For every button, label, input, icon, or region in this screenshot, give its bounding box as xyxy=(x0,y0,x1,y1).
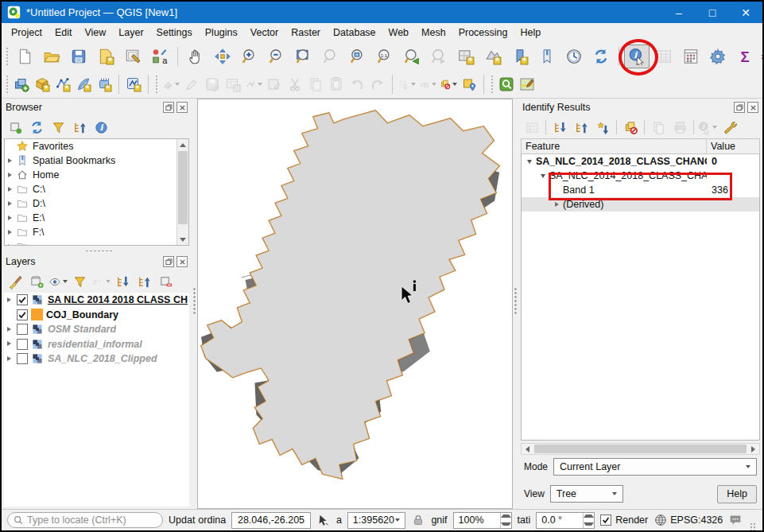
mode-select[interactable]: Current Layer xyxy=(553,458,757,476)
expand-caret-icon[interactable] xyxy=(4,337,15,351)
scale-select[interactable]: 1:395620 xyxy=(347,512,406,529)
minimize-button[interactable]: – xyxy=(662,2,696,23)
toolbar-button-new-spatialite-layer[interactable]: * xyxy=(74,73,93,95)
toolbar-button-plugin-quickmapservices[interactable] xyxy=(518,73,537,95)
toolbar-button-identify-features[interactable]: i xyxy=(624,45,650,68)
menu-edit[interactable]: Edit xyxy=(48,25,79,41)
toolbar-drag-handle[interactable] xyxy=(5,46,10,67)
chevron-down-icon[interactable] xyxy=(258,83,262,86)
toolbar-button-deselect-features[interactable] xyxy=(439,73,458,95)
toolbar-drag-handle[interactable] xyxy=(490,74,494,95)
identify-row-sa-nlc-2014-2018-class-chang[interactable]: SA_NLC_2014_2018_CLASS_CHANG...0 xyxy=(522,154,759,169)
menu-web[interactable]: Web xyxy=(382,25,415,41)
menu-help[interactable]: Help xyxy=(514,25,547,41)
title-bar[interactable]: *Untitled Project — QGIS [New1] – □ ✕ xyxy=(2,2,762,23)
menu-settings[interactable]: Settings xyxy=(150,25,199,41)
chevron-down-icon[interactable] xyxy=(175,83,180,86)
column-header-value[interactable]: Value xyxy=(707,141,759,152)
identify-button-identify-mode-tool[interactable]: i xyxy=(698,118,717,137)
browser-button-refresh-browser[interactable] xyxy=(27,118,46,137)
panel-splitter[interactable] xyxy=(2,248,192,253)
crs-status[interactable]: EPSG:4326 xyxy=(670,515,723,526)
scroll-thumb[interactable] xyxy=(178,151,188,224)
menu-plugins[interactable]: Plugins xyxy=(199,25,244,41)
spinner-arrows[interactable] xyxy=(583,513,594,528)
expand-caret-icon[interactable] xyxy=(538,169,549,183)
layers-button-manage-map-themes[interactable] xyxy=(48,272,68,291)
toolbar-button-current-edits[interactable] xyxy=(161,73,180,95)
chevron-down-icon[interactable] xyxy=(411,83,416,86)
toolbar-button-new-project[interactable] xyxy=(12,45,37,68)
render-checkbox[interactable]: Render xyxy=(600,515,648,526)
menu-database[interactable]: Database xyxy=(327,25,382,41)
layers-button-add-group[interactable] xyxy=(27,272,46,291)
toolbar-button-select-by-expression[interactable]: ε xyxy=(418,73,437,95)
toolbar-button-vertex-tool[interactable] xyxy=(244,73,263,95)
identify-button-clear-results[interactable] xyxy=(621,118,640,137)
menu-processing[interactable]: Processing xyxy=(452,25,514,41)
expand-caret-icon[interactable] xyxy=(5,196,16,211)
map-canvas[interactable] xyxy=(197,99,513,509)
layers-button-open-layer-styling[interactable] xyxy=(6,272,25,291)
browser-button-add-selected-layers[interactable] xyxy=(6,118,25,137)
toolbar-button-field-calculator[interactable] xyxy=(678,45,704,68)
toolbar-button-new-print-layout[interactable]: * xyxy=(93,45,118,68)
identify-button-form-view[interactable] xyxy=(522,118,541,137)
toolbar-button-zoom-out[interactable] xyxy=(264,45,289,68)
scroll-left-arrow[interactable] xyxy=(522,444,533,454)
layer-visibility-checkbox[interactable] xyxy=(17,339,28,350)
layer-visibility-checkbox[interactable] xyxy=(17,309,28,320)
chevron-down-icon[interactable] xyxy=(432,83,436,86)
expand-caret-icon[interactable] xyxy=(552,197,563,212)
identify-button-expand-tree[interactable] xyxy=(550,118,569,137)
toolbar-button-save-project[interactable] xyxy=(66,45,91,68)
toolbar-button-new-virtual-layer[interactable]: * xyxy=(95,73,114,95)
expand-caret-icon[interactable] xyxy=(4,293,15,307)
toolbar-button-options[interactable] xyxy=(705,45,731,68)
expand-caret-icon[interactable] xyxy=(5,153,16,168)
toolbar-button-modify-attributes[interactable] xyxy=(265,73,284,95)
close-button[interactable]: ✕ xyxy=(729,2,762,23)
expand-caret-icon[interactable] xyxy=(525,154,536,169)
toolbar-button-open-attribute-table[interactable] xyxy=(651,45,677,68)
expand-caret-icon[interactable] xyxy=(5,239,16,246)
toolbar-button-zoom-to-layer[interactable] xyxy=(345,45,370,68)
coordinate-input[interactable]: 28.046,-26.205 xyxy=(231,512,311,529)
scroll-up-arrow[interactable] xyxy=(177,139,188,150)
identify-float-button[interactable] xyxy=(734,102,745,113)
identify-button-copy-feature[interactable] xyxy=(649,118,668,137)
toolbar-button-zoom-full[interactable] xyxy=(291,45,316,68)
toolbar-button-new-spatial-bookmark[interactable]: * xyxy=(507,45,533,68)
dock-splitter-right[interactable] xyxy=(513,99,518,509)
layer-item-sa-nlc-2014-2018-class-ch[interactable]: SA NLC 2014 2018 CLASS CH xyxy=(4,293,189,308)
expand-caret-icon[interactable] xyxy=(4,322,15,336)
chevron-down-icon[interactable] xyxy=(452,83,457,86)
toolbar-button-plugin-search[interactable] xyxy=(497,73,516,95)
view-select[interactable]: Tree xyxy=(550,485,623,503)
toolbar-button-select-by-location[interactable] xyxy=(460,73,479,95)
maximize-button[interactable]: □ xyxy=(696,2,729,23)
chevron-down-icon[interactable] xyxy=(63,280,68,283)
expand-caret-icon[interactable] xyxy=(5,211,16,225)
browser-item-favorites[interactable]: Favorites xyxy=(5,139,188,153)
layer-item-coj-boundary[interactable]: COJ_Boundary xyxy=(4,308,189,323)
identify-horizontal-scrollbar[interactable] xyxy=(521,443,760,455)
toolbar-overflow-icon[interactable]: » xyxy=(758,50,764,62)
spinner-arrows[interactable] xyxy=(500,513,511,528)
identify-row-band-1[interactable]: Band 1336 xyxy=(522,183,759,197)
toolbar-button-statistical-summary[interactable]: Σ xyxy=(732,45,758,68)
toolbar-button-cut-features[interactable] xyxy=(285,73,304,95)
toolbar-button-add-record[interactable] xyxy=(223,73,242,95)
layer-visibility-checkbox[interactable] xyxy=(17,324,28,335)
toolbar-button-new-geopackage-layer[interactable]: * xyxy=(33,73,52,95)
expand-caret-icon[interactable] xyxy=(5,182,16,196)
layers-float-button[interactable] xyxy=(163,256,174,267)
toolbar-button-zoom-to-selection[interactable] xyxy=(318,45,343,68)
layers-button-collapse-all[interactable] xyxy=(134,272,153,291)
toolbar-button-zoom-next[interactable] xyxy=(426,45,452,68)
toolbar-button-redo[interactable] xyxy=(368,73,387,95)
browser-item-c[interactable]: C:\ xyxy=(5,182,188,196)
toolbar-button-new-memory-layer[interactable]: * xyxy=(124,73,143,95)
identify-button-identify-settings[interactable] xyxy=(719,118,739,137)
menu-vector[interactable]: Vector xyxy=(244,25,285,41)
